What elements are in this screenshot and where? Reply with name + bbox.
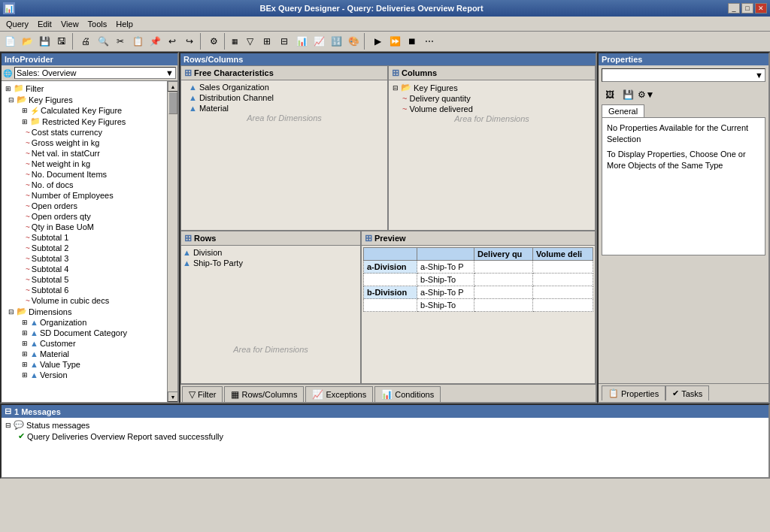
tree-dimensions-node[interactable]: ⊟ 📂 Dimensions	[3, 306, 165, 317]
tb-exec2[interactable]: ⏩	[387, 33, 403, 50]
expand-material-icon[interactable]: ⊞	[20, 350, 30, 358]
window-controls[interactable]: _ □ ✕	[728, 3, 767, 14]
tab-properties-bottom[interactable]: 📋 Properties	[602, 385, 665, 401]
tb-cond[interactable]: 📊	[293, 33, 310, 50]
expand-dim-icon[interactable]: ⊟	[6, 308, 17, 316]
columns-kf-node[interactable]: ⊟ 📂 Key Figures	[390, 82, 593, 93]
expand-version-icon[interactable]: ⊞	[20, 371, 30, 379]
expand-kf-icon[interactable]: ⊟	[6, 96, 17, 104]
menu-edit[interactable]: Edit	[33, 18, 56, 30]
tree-kf-employees[interactable]: ~ Number of Employees	[3, 190, 165, 201]
expand-customer-icon[interactable]: ⊞	[20, 340, 30, 347]
tb-stop[interactable]: ⏹	[404, 33, 420, 50]
left-panel-scrollbar[interactable]: ▲ ▼	[167, 81, 177, 402]
tab-exceptions[interactable]: 📈 Exceptions	[305, 386, 373, 402]
tab-conditions[interactable]: 📊 Conditions	[374, 386, 441, 402]
scroll-thumb[interactable]	[168, 92, 177, 114]
tb-calc[interactable]: 🔢	[328, 33, 344, 50]
tree-kf-docitems[interactable]: ~ No. Document Items	[3, 169, 165, 180]
tree-filter-node[interactable]: ⊞ 📁 Filter	[3, 83, 165, 94]
props-btn3[interactable]: ⚙▼	[638, 86, 654, 103]
expand-org-icon[interactable]: ⊞	[20, 319, 30, 326]
tree-kf-sub2[interactable]: ~ Subtotal 2	[3, 243, 165, 253]
tb-rows[interactable]: ▦	[229, 33, 241, 50]
scroll-down-btn[interactable]: ▼	[168, 391, 177, 402]
tree-kf-sub5[interactable]: ~ Subtotal 5	[3, 274, 165, 285]
tab-filter[interactable]: ▽ Filter	[182, 386, 223, 402]
tree-kf-openorders[interactable]: ~ Open orders	[3, 201, 165, 211]
tree-kf-node[interactable]: ⊟ 📂 Key Figures	[3, 94, 165, 105]
free-char-material[interactable]: ▲ Material	[183, 103, 386, 113]
free-char-distchan[interactable]: ▲ Distribution Channel	[183, 92, 386, 103]
tb-save[interactable]: 💾	[36, 33, 53, 50]
menu-help[interactable]: Help	[111, 18, 138, 30]
columns-volume-delivered[interactable]: ~ Volume delivered	[390, 104, 593, 114]
menu-query[interactable]: Query	[2, 18, 33, 30]
tb-group[interactable]: ⊟	[276, 33, 293, 50]
expand-calc-icon[interactable]: ⊞	[20, 107, 30, 114]
tb-props[interactable]: ⚙	[205, 33, 222, 50]
tree-kf-qtybase[interactable]: ~ Qty in Base UoM	[3, 222, 165, 232]
messages-expand-icon[interactable]: ⊟	[5, 407, 11, 416]
tb-open[interactable]: 📂	[19, 33, 35, 50]
expand-status-icon[interactable]: ⊟	[3, 422, 14, 429]
expand-restricted-icon[interactable]: ⊞	[20, 118, 30, 125]
minimize-button[interactable]: _	[728, 3, 740, 14]
tb-format[interactable]: 🎨	[345, 33, 362, 50]
close-button[interactable]: ✕	[755, 3, 767, 14]
tb-filter[interactable]: ▽	[241, 33, 258, 50]
tb-sort[interactable]: ⊞	[259, 33, 275, 50]
menu-tools[interactable]: Tools	[83, 18, 112, 30]
tb-print[interactable]: 🖨	[77, 33, 94, 50]
rows-ship-to[interactable]: ▲ Ship-To Party	[183, 258, 359, 268]
scroll-up-btn[interactable]: ▲	[168, 81, 177, 92]
tb-paste[interactable]: 📌	[147, 33, 163, 50]
tree-kf-netweight[interactable]: ~ Net weight in kg	[3, 159, 165, 169]
tb-more[interactable]: ⋯	[421, 33, 438, 50]
tree-dim-customer[interactable]: ⊞ ▲ Customer	[3, 338, 165, 349]
tree-kf-gross[interactable]: ~ Gross weight in kg	[3, 138, 165, 148]
expand-sd-icon[interactable]: ⊞	[20, 329, 30, 337]
tree-kf-sub4[interactable]: ~ Subtotal 4	[3, 264, 165, 274]
tree-dim-version[interactable]: ⊞ ▲ Version	[3, 370, 165, 380]
tree-kf-openqty[interactable]: ~ Open orders qty	[3, 211, 165, 222]
tree-kf-sub3[interactable]: ~ Subtotal 3	[3, 253, 165, 264]
tree-kf-calc[interactable]: ⊞ ⚡ Calculated Key Figure	[3, 105, 165, 116]
tb-copy[interactable]: 📋	[129, 33, 146, 50]
menu-view[interactable]: View	[56, 18, 83, 30]
tree-dim-sd[interactable]: ⊞ ▲ SD Document Category	[3, 328, 165, 338]
restore-button[interactable]: □	[741, 3, 753, 14]
tb-save2[interactable]: 🖫	[53, 33, 70, 50]
tree-kf-netval[interactable]: ~ Net val. in statCurr	[3, 148, 165, 159]
rows-division[interactable]: ▲ Division	[183, 247, 359, 258]
tb-redo[interactable]: ↪	[181, 33, 198, 50]
tb-exec[interactable]: ▶	[369, 33, 386, 50]
properties-dropdown[interactable]: ▼	[602, 68, 765, 82]
expand-filter-icon[interactable]: ⊞	[3, 85, 14, 92]
tree-kf-nodocs[interactable]: ~ No. of docs	[3, 180, 165, 190]
columns-delivery-qty[interactable]: ~ Delivery quantity	[390, 93, 593, 104]
expand-kf-cols-icon[interactable]: ⊟	[390, 84, 401, 92]
status-message-item[interactable]: ✔ Query Deliveries Overview Report saved…	[3, 431, 767, 442]
expand-valuetype-icon[interactable]: ⊞	[20, 361, 30, 368]
provider-dropdown[interactable]: Sales: Overview ▼	[14, 67, 176, 79]
tb-except[interactable]: 📈	[311, 33, 327, 50]
tb-preview[interactable]: 🔍	[95, 33, 111, 50]
tree-dim-valuetype[interactable]: ⊞ ▲ Value Type	[3, 359, 165, 370]
tb-undo[interactable]: ↩	[164, 33, 180, 50]
free-char-salesorg[interactable]: ▲ Sales Organization	[183, 82, 386, 92]
tree-kf-cost[interactable]: ~ Cost stats currency	[3, 127, 165, 138]
status-messages-node[interactable]: ⊟ 💬 Status messages	[3, 419, 767, 431]
tab-tasks-bottom[interactable]: ✔ Tasks	[665, 385, 709, 401]
tree-kf-volume[interactable]: ~ Volume in cubic decs	[3, 295, 165, 306]
tree-kf-sub1[interactable]: ~ Subtotal 1	[3, 232, 165, 243]
tree-dim-org[interactable]: ⊞ ▲ Organization	[3, 317, 165, 328]
tab-general[interactable]: General	[602, 104, 644, 117]
tree-kf-sub6[interactable]: ~ Subtotal 6	[3, 285, 165, 295]
tb-new[interactable]: 📄	[2, 33, 18, 50]
tree-kf-restricted[interactable]: ⊞ 📁 Restricted Key Figures	[3, 116, 165, 127]
props-btn1[interactable]: 🖼	[602, 86, 618, 103]
props-btn2[interactable]: 💾	[620, 86, 636, 103]
tree-dim-material[interactable]: ⊞ ▲ Material	[3, 349, 165, 359]
tb-cut[interactable]: ✂	[112, 33, 129, 50]
